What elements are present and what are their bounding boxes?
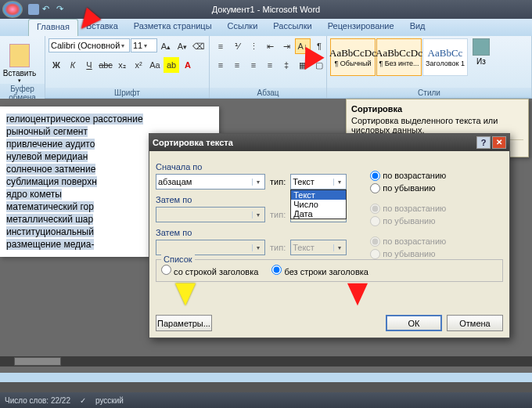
justify-button[interactable]: ≡ — [262, 57, 278, 73]
dialog-titlebar[interactable]: Сортировка текста ? ✕ — [149, 134, 509, 151]
underline-button[interactable]: Ч — [81, 57, 97, 73]
tab-view[interactable]: Вид — [402, 19, 433, 36]
with-header-radio[interactable]: со строкой заголовка — [161, 267, 258, 276]
text-line[interactable]: привлечение аудито — [6, 139, 95, 150]
annotation-arrow-3 — [347, 283, 368, 306]
dialog-title: Сортировка текста — [153, 138, 233, 147]
numbering-button[interactable]: ⅟ — [229, 38, 245, 54]
style-nospacing[interactable]: AaBbCcDc ¶ Без инте... — [376, 38, 422, 76]
tooltip-body: Сортировка выделенного текста или числов… — [351, 116, 523, 135]
shrink-font-icon[interactable]: A▾ — [174, 38, 190, 54]
group-label-font: Шрифт — [45, 88, 209, 98]
indent-dec-button[interactable]: ⇤ — [262, 38, 278, 54]
sort-field-select-3: ▾ — [156, 240, 265, 255]
desc-radio-2: по убыванию — [370, 216, 446, 226]
paste-label: Вставить — [3, 69, 36, 78]
qat-save-icon[interactable] — [28, 4, 39, 15]
ok-button[interactable]: ОК — [386, 315, 442, 331]
tab-home[interactable]: Главная — [28, 19, 78, 36]
change-styles-button[interactable]: Из — [473, 38, 490, 66]
sort-field-select-2[interactable]: ▾ — [156, 207, 265, 222]
subscript-button[interactable]: x₂ — [114, 57, 130, 73]
text-line[interactable]: гелиоцентрическое расстояние — [6, 114, 143, 125]
grow-font-icon[interactable]: A▴ — [158, 38, 174, 54]
office-button[interactable] — [2, 1, 23, 18]
statusbar: Число слов: 22/22 ✓ русский — [0, 392, 532, 408]
window-title: Документ1 - Microsoft Word — [212, 5, 320, 14]
cancel-button[interactable]: Отмена — [447, 315, 503, 331]
status-language[interactable]: русский — [95, 396, 124, 405]
sort-dialog: Сортировка текста ? ✕ Сначала по абзацам… — [149, 133, 510, 338]
type-option-text[interactable]: Текст — [291, 190, 346, 200]
align-right-button[interactable]: ≡ — [246, 57, 261, 73]
qat-redo-icon[interactable]: ↷ — [56, 4, 67, 15]
type-option-date[interactable]: Дата — [291, 209, 346, 218]
font-color-button[interactable]: A — [180, 57, 196, 73]
sort-field-select[interactable]: абзацам▾ — [156, 174, 265, 190]
text-line[interactable]: размещение медиа- — [6, 239, 94, 250]
italic-button[interactable]: К — [65, 57, 81, 73]
then-by-label-2: Затем по — [156, 228, 503, 237]
sort-type-select[interactable]: Текст▾ — [290, 174, 347, 190]
align-left-button[interactable]: ≡ — [213, 57, 228, 73]
annotation-arrow-4 — [175, 283, 196, 306]
sort-type-dropdown-list[interactable]: Текст Число Дата — [290, 190, 347, 219]
list-fieldset: Список со строкой заголовка без строки з… — [156, 259, 503, 282]
clear-format-icon[interactable]: ⌫ — [191, 38, 207, 54]
ribbon: Вставить ▾ Буфер обмена Calibri (Основно… — [0, 36, 532, 99]
text-line[interactable]: рыночный сегмент — [6, 126, 88, 137]
style-normal[interactable]: AaBbCcDc ¶ Обычный — [330, 38, 376, 76]
asc-radio-2: по возрастанию — [370, 204, 446, 214]
dialog-help-button[interactable]: ? — [476, 136, 491, 149]
text-line[interactable]: нулевой меридиан — [6, 151, 88, 162]
align-center-button[interactable]: ≡ — [229, 57, 245, 73]
desc-radio-3: по убыванию — [370, 249, 446, 259]
paste-button[interactable]: Вставить ▾ — [3, 38, 36, 84]
tab-review[interactable]: Рецензирование — [320, 19, 402, 36]
line-spacing-button[interactable]: ‡ — [279, 57, 294, 73]
clipboard-icon — [9, 44, 30, 67]
bullets-button[interactable]: ≡ — [213, 38, 228, 54]
text-line[interactable]: математический гор — [6, 201, 94, 212]
text-line[interactable]: институциональный — [6, 226, 94, 237]
desc-radio-1[interactable]: по убыванию — [370, 183, 446, 193]
scrollbar-thumb[interactable] — [14, 357, 61, 366]
superscript-button[interactable]: x² — [131, 57, 146, 73]
asc-radio-1[interactable]: по возрастанию — [370, 171, 446, 181]
without-header-radio[interactable]: без строки заголовка — [271, 267, 368, 276]
text-line[interactable]: сублимация поверхн — [6, 176, 97, 187]
multilevel-button[interactable]: ⋮ — [246, 38, 261, 54]
sort-type-select-3: Текст▾ — [290, 240, 347, 255]
list-legend: Список — [161, 255, 195, 264]
tab-mailings[interactable]: Рассылки — [265, 19, 319, 36]
params-button[interactable]: Параметры... — [156, 315, 212, 331]
bold-button[interactable]: Ж — [49, 57, 64, 73]
asc-radio-3: по возрастанию — [370, 236, 446, 247]
type-option-number[interactable]: Число — [291, 200, 346, 209]
status-words[interactable]: Число слов: 22/22 — [5, 396, 70, 405]
font-name-combo[interactable]: Calibri (Основной▾ — [49, 38, 130, 52]
type-label: тип: — [270, 177, 286, 186]
strike-button[interactable]: abc — [98, 57, 113, 73]
group-label-styles: Стили — [327, 88, 531, 98]
style-heading1[interactable]: AaBbCc Заголовок 1 — [422, 38, 468, 76]
tooltip-title: Сортировка — [351, 104, 523, 114]
indent-inc-button[interactable]: ⇥ — [279, 38, 294, 54]
horizontal-scrollbar[interactable] — [0, 356, 532, 366]
tab-references[interactable]: Ссылки — [220, 19, 266, 36]
tab-layout[interactable]: Разметка страницы — [126, 19, 220, 36]
change-case-button[interactable]: Aa — [147, 57, 163, 73]
text-line[interactable]: ядро кометы — [6, 189, 62, 200]
sort-first-label: Сначала по — [156, 162, 503, 172]
highlight-button[interactable]: ab — [164, 57, 179, 73]
qat-undo-icon[interactable]: ↶ — [42, 4, 53, 15]
font-size-combo[interactable]: 11▾ — [131, 38, 157, 52]
spellcheck-icon[interactable]: ✓ — [80, 396, 86, 405]
group-label-paragraph: Абзац — [210, 88, 326, 98]
text-line[interactable]: солнечное затмение — [6, 164, 95, 175]
text-line[interactable]: металлический шар — [6, 214, 93, 225]
dialog-close-button[interactable]: ✕ — [492, 136, 506, 149]
